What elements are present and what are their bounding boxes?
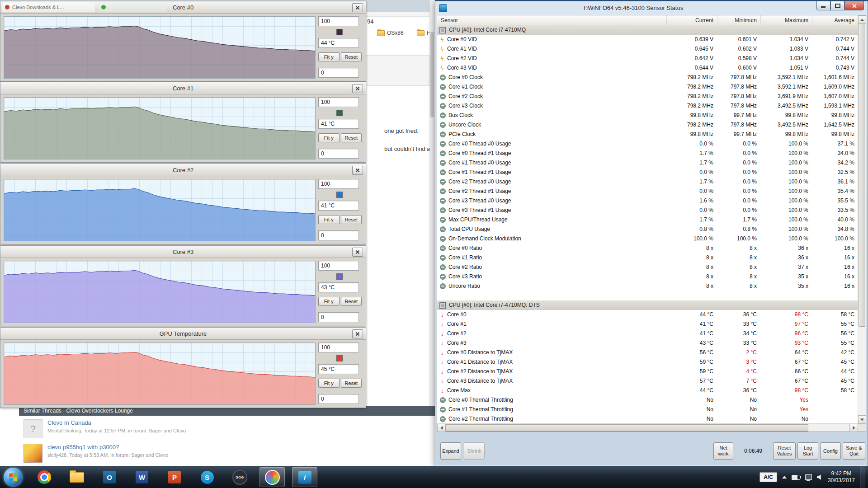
sensor-row[interactable]: Core #0 Thread #0 Usage0.0 %0.0 %100.0 %… <box>437 139 858 149</box>
sensor-row[interactable]: Uncore Clock798.2 MHz797.8 MHz3,492.5 MH… <box>437 120 858 130</box>
sensor-row[interactable]: Core #3 Thread #0 Usage1.6 %0.0 %100.0 %… <box>437 196 858 206</box>
sensor-row[interactable]: Core #1 Thread #1 Usage0.0 %0.0 %100.0 %… <box>437 168 858 177</box>
avatar[interactable] <box>24 444 42 463</box>
close-button[interactable] <box>844 1 864 10</box>
taskbar-item-outlook[interactable]: O <box>97 467 122 487</box>
sensor-row[interactable]: ϟCore #0 VID0.639 V0.601 V1.034 V0.742 V <box>437 35 858 44</box>
sensor-row[interactable]: Core #0 Ratio8 x8 x36 x16 x <box>437 244 858 253</box>
sensor-row[interactable]: ϟCore #1 VID0.645 V0.602 V1.033 V0.744 V <box>437 44 858 54</box>
taskbar-item-chrome[interactable] <box>32 467 57 487</box>
power-mode-indicator[interactable]: A/C <box>760 472 777 482</box>
scroll-right-arrow[interactable] <box>849 424 858 432</box>
column-header-average[interactable]: Average <box>812 15 858 25</box>
reset-values-button[interactable]: Reset Values <box>773 442 796 460</box>
scroll-left-arrow[interactable] <box>437 424 446 432</box>
log-start-button[interactable]: Log Start <box>797 442 818 460</box>
fit-y-button[interactable]: Fit y <box>318 379 340 388</box>
thread-title-link[interactable]: clevo p955hq1 with p3000? <box>47 444 168 450</box>
show-desktop-button[interactable] <box>860 466 865 488</box>
taskbar-item-powerpoint[interactable]: P <box>162 467 187 487</box>
sensor-row[interactable]: Core #0 Thread #1 Usage1.7 %0.0 %100.0 %… <box>437 149 858 158</box>
sensor-titlebar[interactable]: HWiNFO64 v5.46-3100 Sensor Status <box>435 1 868 15</box>
sensor-row[interactable]: Core #2 Thread #0 Usage1.7 %0.0 %100.0 %… <box>437 177 858 187</box>
thread-list-item[interactable]: ? Clevo In Canada MentalThinking, Today … <box>24 419 412 438</box>
expand-button[interactable]: Expand <box>440 442 461 460</box>
close-icon[interactable] <box>352 3 363 12</box>
sensor-row[interactable]: Uncore Ratio8 x8 x35 x16 x <box>437 282 858 291</box>
show-hidden-icons-arrow[interactable] <box>782 476 787 479</box>
taskbar-item-gog[interactable]: GOG <box>227 467 252 487</box>
sensor-row[interactable]: Core #1 Thermal ThrottlingNoNoYes <box>437 405 858 414</box>
sensor-row[interactable]: ↓Core #1 Distance to TjMAX59 °C3 °C67 °C… <box>437 357 858 367</box>
browser-scrollbar-thumb[interactable] <box>430 32 434 117</box>
column-header-sensor[interactable]: Sensor <box>437 15 666 25</box>
graph-window-titlebar[interactable]: Core #2 <box>0 164 366 176</box>
reset-button[interactable]: Reset <box>341 133 362 142</box>
start-button[interactable] <box>4 468 23 487</box>
sensor-row[interactable]: PCIe Clock99.8 MHz99.7 MHz99.8 MHz99.8 M… <box>437 130 858 139</box>
column-header-minimum[interactable]: Minimum <box>717 15 760 25</box>
bookmark-osx86[interactable]: OSx86 <box>377 30 404 36</box>
minimize-button[interactable] <box>816 1 830 10</box>
column-header-maximum[interactable]: Maximum <box>760 15 812 25</box>
taskbar-item-word[interactable]: W <box>129 467 155 487</box>
sensor-row[interactable]: Core #3 Ratio8 x8 x35 x16 x <box>437 272 858 282</box>
battery-icon[interactable] <box>792 475 800 480</box>
horizontal-scrollbar-thumb[interactable] <box>445 424 808 432</box>
graph-window-titlebar[interactable]: Clevo Downloads & L...Core #0 <box>0 1 366 14</box>
sensor-row[interactable]: ϟCore #2 VID0.642 V0.598 V1.034 V0.744 V <box>437 54 858 63</box>
taskbar-item-hwinfo[interactable]: i <box>292 467 317 487</box>
vertical-scrollbar[interactable] <box>858 15 866 424</box>
taskbar-clock[interactable]: 9:42 PM 30/03/2017 <box>828 470 855 484</box>
sensor-row[interactable]: On-Demand Clock Modulation100.0 %100.0 %… <box>437 234 858 244</box>
sensor-row[interactable]: Core #1 Clock798.2 MHz797.8 MHz3,592.1 M… <box>437 82 858 92</box>
close-icon[interactable] <box>352 329 363 338</box>
sensor-row[interactable]: ↓Core #044 °C36 °C98 °C58 °C <box>437 310 858 319</box>
graph-window-titlebar[interactable]: Core #3 <box>0 246 366 258</box>
network-button[interactable]: Net work <box>713 442 733 460</box>
sensor-row[interactable]: Core #2 Ratio8 x8 x37 x16 x <box>437 263 858 272</box>
sensor-row[interactable]: Core #2 Clock798.2 MHz797.8 MHz3,691.9 M… <box>437 92 858 101</box>
sensor-row[interactable]: Max CPU/Thread Usage1.7 %1.7 %100.0 %40.… <box>437 215 858 225</box>
sensor-row[interactable]: ↓Core #343 °C33 °C93 °C55 °C <box>437 338 858 348</box>
close-icon[interactable] <box>352 84 363 93</box>
sensor-row[interactable]: Core #2 Thread #1 Usage0.0 %0.0 %100.0 %… <box>437 187 858 196</box>
vertical-scrollbar-thumb[interactable] <box>859 23 865 327</box>
thread-title-link[interactable]: Clevo In Canada <box>47 419 186 426</box>
close-icon[interactable] <box>352 248 363 257</box>
fit-y-button[interactable]: Fit y <box>318 215 340 224</box>
sensor-row[interactable]: ϟCore #3 VID0.644 V0.600 V1.051 V0.743 V <box>437 63 858 73</box>
scroll-up-arrow[interactable] <box>858 15 866 24</box>
horizontal-scrollbar[interactable] <box>437 423 858 432</box>
avatar[interactable]: ? <box>24 419 42 438</box>
reset-button[interactable]: Reset <box>341 52 362 61</box>
column-header-current[interactable]: Current <box>666 15 717 25</box>
scroll-down-arrow[interactable] <box>858 415 866 424</box>
reset-button[interactable]: Reset <box>341 379 362 388</box>
graph-window-titlebar[interactable]: Core #1 <box>0 82 366 94</box>
sensor-row[interactable]: Bus Clock99.8 MHz99.7 MHz99.8 MHz99.8 MH… <box>437 111 858 120</box>
save-quit-button[interactable]: Save & Quit <box>843 442 865 460</box>
sensor-row[interactable]: ↓Core #0 Distance to TjMAX56 °C2 °C64 °C… <box>437 348 858 357</box>
sensor-row[interactable]: ↓Core #141 °C33 °C97 °C55 °C <box>437 319 858 329</box>
sensor-row[interactable]: Total CPU Usage0.8 %0.8 %100.0 %34.8 % <box>437 225 858 234</box>
graph-window-titlebar[interactable]: GPU Temperature <box>0 328 366 340</box>
fit-y-button[interactable]: Fit y <box>318 297 340 306</box>
sensor-row[interactable]: Core #0 Clock798.2 MHz797.8 MHz3,592.1 M… <box>437 73 858 82</box>
shrink-button[interactable]: Shrink <box>464 442 485 460</box>
taskbar-item-skype[interactable]: S <box>194 467 220 487</box>
reset-button[interactable]: Reset <box>341 297 362 306</box>
sensor-group-header[interactable]: CPU [#0]: Intel Core i7-4710MQ <box>437 25 858 35</box>
sensor-row[interactable]: ↓Core #3 Distance to TjMAX57 °C7 °C67 °C… <box>437 376 858 386</box>
taskbar-item-explorer[interactable] <box>64 467 90 487</box>
sensor-row[interactable]: Core #3 Thread #1 Usage0.0 %0.0 %100.0 %… <box>437 206 858 215</box>
network-icon[interactable] <box>805 474 812 480</box>
maximize-button[interactable] <box>830 1 844 10</box>
config-button[interactable]: Config <box>820 442 841 460</box>
sensor-group-header[interactable]: CPU [#0]: Intel Core i7-4710MQ: DTS <box>437 300 858 310</box>
sensor-row[interactable]: ↓Core #241 °C34 °C96 °C56 °C <box>437 329 858 338</box>
taskbar-item-paint[interactable] <box>259 467 285 487</box>
thread-list-item[interactable]: clevo p955hq1 with p3000? sicily428, Tod… <box>24 444 412 463</box>
browser-scrollbar[interactable] <box>429 0 435 406</box>
sensor-row[interactable]: Core #1 Ratio8 x8 x36 x16 x <box>437 253 858 263</box>
